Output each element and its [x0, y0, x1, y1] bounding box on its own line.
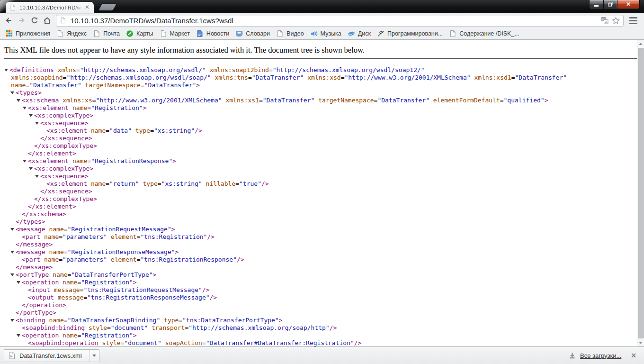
bookmark-item[interactable]: Маркет — [157, 29, 194, 38]
bookmark-label: Диск — [358, 30, 371, 37]
collapse-arrow-icon[interactable] — [10, 91, 14, 94]
scroll-up-button[interactable] — [637, 40, 644, 47]
xml-line: <xs:sequence> — [0, 173, 644, 180]
window-close-button[interactable]: ✕ — [617, 0, 640, 9]
collapse-arrow-icon[interactable] — [10, 228, 14, 231]
bookmark-item[interactable]: Видео — [274, 29, 308, 38]
new-tab-button[interactable] — [98, 4, 116, 10]
window-restore-button[interactable] — [604, 0, 617, 9]
bookmark-label: Новости — [206, 30, 229, 37]
bookmark-star-icon[interactable] — [612, 17, 620, 25]
dev-icon — [377, 30, 385, 37]
xml-line: <xs:complexType> — [0, 165, 644, 173]
xml-line: </xs:sequence> — [0, 135, 644, 142]
collapse-arrow-icon[interactable] — [10, 251, 14, 254]
scroll-down-button[interactable] — [637, 339, 644, 346]
xml-line: <operation name="Registration"> — [0, 332, 644, 339]
xml-line: <output message="tns:RegistrationRespons… — [0, 294, 644, 301]
menu-button[interactable] — [626, 15, 640, 27]
xml-line: <message name="RegistrationResponseMessa… — [0, 248, 644, 256]
apps-grid-icon — [5, 30, 13, 37]
all-downloads-link[interactable]: Все загрузки... — [580, 352, 621, 359]
xml-line: </xs:complexType> — [0, 142, 644, 150]
xml-line: <xs:element name="RegistrationResponse"> — [0, 157, 644, 165]
xml-line: <operation name="Registration"> — [0, 279, 644, 286]
xml-line: <message name="RegistrationRequestMessag… — [0, 226, 644, 233]
page-icon — [449, 30, 456, 37]
restore-icon — [608, 2, 613, 7]
page-favicon-icon — [9, 4, 17, 11]
bookmark-label: Видео — [286, 30, 304, 37]
bookmark-label: Маркет — [170, 30, 190, 37]
window-minimize-button[interactable] — [589, 0, 604, 9]
page-content: This XML file does not appear to have an… — [0, 40, 644, 346]
collapse-arrow-icon[interactable] — [23, 107, 27, 109]
menu-icon — [629, 17, 637, 18]
back-button[interactable] — [2, 15, 15, 27]
download-shelf-close-icon[interactable]: ✕ — [631, 352, 636, 359]
home-button[interactable] — [41, 15, 54, 27]
xml-line: <xs:schema xmlns:xs="http://www.w3.org/2… — [0, 97, 644, 104]
scrollbar-thumb[interactable] — [638, 48, 644, 338]
xml-line: </xs:schema> — [0, 210, 644, 218]
xml-line: <soapbind:operation style="document" soa… — [0, 339, 644, 346]
forward-button[interactable] — [15, 15, 28, 27]
collapse-arrow-icon[interactable] — [35, 175, 39, 178]
bookmark-item[interactable]: Музыка — [308, 29, 345, 38]
xml-line: <types> — [0, 89, 644, 97]
collapse-arrow-icon[interactable] — [17, 281, 20, 284]
download-item[interactable]: DataTransfer.1cws.xml — [4, 349, 99, 362]
forward-arrow-icon — [18, 17, 26, 24]
bookmark-item[interactable]: Новости — [194, 29, 233, 38]
xml-line: </xs:sequence> — [0, 188, 644, 195]
bookmark-label: Словари — [246, 30, 270, 37]
page-icon — [56, 30, 64, 37]
tab-close-icon[interactable]: ✕ — [84, 4, 90, 11]
home-icon — [43, 17, 51, 24]
bookmark-item[interactable]: Содержание /DISK_... — [447, 29, 523, 38]
bookmark-item[interactable]: Почта — [90, 29, 124, 38]
xml-line: <part name="parameters" element="tns:Reg… — [0, 233, 644, 241]
maps-icon — [126, 30, 134, 37]
collapse-arrow-icon[interactable] — [4, 69, 8, 72]
collapse-arrow-icon[interactable] — [10, 319, 14, 322]
reload-button[interactable] — [28, 15, 41, 27]
collapse-arrow-icon[interactable] — [23, 160, 27, 163]
bookmark-item[interactable]: Приложения — [3, 29, 54, 38]
bookmark-item[interactable]: Диск — [345, 29, 375, 38]
download-shelf: DataTransfer.1cws.xml Все загрузки... ✕ — [0, 346, 644, 364]
collapse-arrow-icon[interactable] — [10, 273, 14, 276]
collapse-arrow-icon[interactable] — [17, 334, 20, 337]
address-bar[interactable]: 10.10.10.37/DemoTRD/ws/DataTransfer.1cws… — [56, 15, 624, 27]
bookmark-item[interactable]: Карты — [124, 29, 157, 38]
url-text[interactable]: 10.10.10.37/DemoTRD/ws/DataTransfer.1cws… — [71, 17, 598, 25]
translate-icon[interactable]: FA — [601, 17, 608, 24]
bookmark-label: Карты — [136, 30, 153, 37]
vertical-scrollbar[interactable] — [637, 40, 644, 346]
bookmark-item[interactable]: Яндекс — [54, 29, 90, 38]
caret-down-icon[interactable] — [90, 355, 99, 357]
xml-line: <definitions xmlns="http://schemas.xmlso… — [0, 66, 644, 74]
xml-line: xmlns:soapbind="http://schemas.xmlsoap.o… — [0, 74, 644, 82]
bookmark-item[interactable]: Программировани... — [375, 29, 447, 38]
xml-line: name="DataTransfer" targetNamespace="Dat… — [0, 82, 644, 89]
xml-line: <xs:element name="data" type="xs:string"… — [0, 127, 644, 135]
svg-text:A: A — [605, 20, 608, 24]
browser-tab[interactable]: 10.10.10.37/DemoTRD/ws ✕ — [6, 2, 94, 13]
collapse-arrow-icon[interactable] — [35, 122, 39, 125]
xml-line: <input message="tns:RegistrationRequestM… — [0, 286, 644, 294]
xml-line: <xs:element name="Registration"> — [0, 104, 644, 112]
collapse-arrow-icon[interactable] — [29, 167, 33, 170]
dictionary-icon — [235, 30, 243, 37]
collapse-arrow-icon[interactable] — [17, 99, 20, 102]
reload-icon — [31, 17, 38, 24]
bookmark-label: Содержание /DISK_... — [459, 30, 519, 37]
tab-title: 10.10.10.37/DemoTRD/ws — [19, 5, 84, 10]
collapse-arrow-icon[interactable] — [29, 114, 33, 117]
page-icon — [276, 30, 284, 37]
download-arrow-icon — [569, 352, 576, 359]
page-favicon-icon — [60, 17, 66, 24]
arrow-up-icon — [639, 43, 643, 45]
bookmark-item[interactable]: Словари — [233, 29, 274, 38]
window-titlebar: 10.10.10.37/DemoTRD/ws ✕ ✕ — [0, 0, 644, 13]
